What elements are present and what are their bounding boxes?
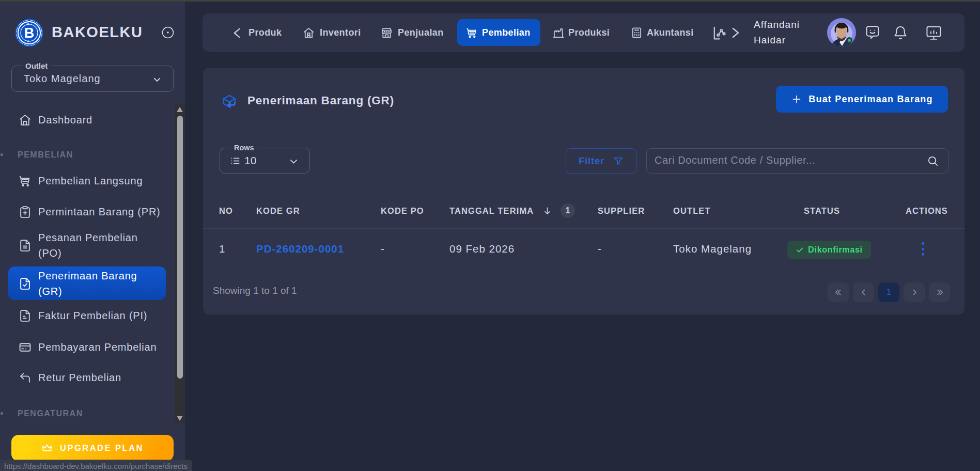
svg-text:B: B	[24, 25, 35, 41]
